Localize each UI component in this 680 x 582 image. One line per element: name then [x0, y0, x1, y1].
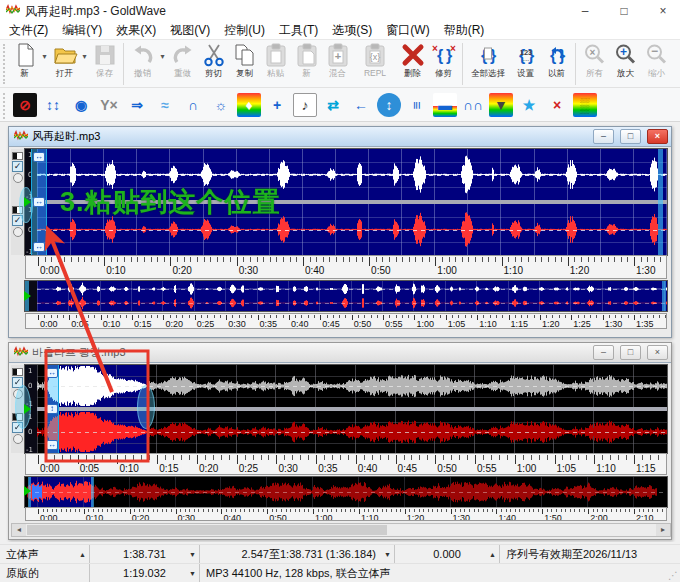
up-arrow-icon[interactable]: ▲	[79, 551, 86, 558]
reverb-icon[interactable]: ∩∩	[461, 93, 485, 117]
select-all-icon: {}	[475, 42, 501, 68]
channel-select-checkbox[interactable]: ✓	[12, 161, 23, 172]
expand-vertical-icon[interactable]: ↕↕	[41, 93, 65, 117]
scrollbar-thumb[interactable]	[27, 525, 387, 535]
app-close-button[interactable]: ×	[646, 0, 680, 22]
doc2-selection-end-bracket[interactable]	[137, 385, 155, 429]
undo-dropdown[interactable]: ▾	[158, 42, 167, 61]
scroll-right-icon[interactable]: ▸	[656, 524, 670, 536]
doc2-minimize-button[interactable]: –	[593, 345, 614, 360]
status-source-time[interactable]: 1:19.032 ▼	[90, 564, 200, 582]
status-channel-mode[interactable]: 立体声 ▲	[0, 545, 90, 563]
app-maximize-button[interactable]: □	[607, 0, 641, 22]
status-selection-range[interactable]: 2.547至1:38.731 (1:36.184) ▼	[200, 545, 395, 563]
pitch-icon[interactable]: ♪	[293, 93, 317, 117]
drag-handle-icon[interactable]: ↔	[46, 440, 58, 450]
doppler-icon[interactable]: ◉	[69, 93, 93, 117]
resize-grip-icon[interactable]: ⋰	[668, 570, 678, 581]
palette-icon[interactable]: ♦	[237, 93, 261, 117]
select-all-button[interactable]: {}全部选择	[466, 42, 510, 78]
cut-button[interactable]: 剪切	[198, 42, 229, 78]
new-dropdown[interactable]: ▾	[40, 42, 49, 61]
menu-item-2[interactable]: 效果(X)	[109, 22, 163, 39]
toolbar-gripper[interactable]	[3, 93, 7, 119]
menu-item-5[interactable]: 工具(T)	[272, 22, 325, 39]
down-arrow-icon[interactable]: ▼	[189, 570, 196, 577]
doc2-titlebar[interactable]: 바츨라프 광장.mp3 – □ ×	[9, 343, 671, 363]
menu-item-0[interactable]: 文件(Z)	[2, 22, 55, 39]
menu-item-8[interactable]: 帮助(R)	[437, 22, 492, 39]
new-button[interactable]: 新	[9, 42, 40, 78]
channel-mode-button[interactable]	[12, 152, 23, 160]
shape-volume-icon[interactable]: ▬	[433, 93, 457, 117]
down-arrow-icon[interactable]: ▼	[384, 551, 391, 558]
scroll-left-icon[interactable]: ◂	[12, 524, 26, 536]
interpolate-icon[interactable]: ★	[517, 93, 541, 117]
drag-handle-icon[interactable]: ↕	[46, 404, 58, 414]
expression-icon[interactable]: Y×	[97, 93, 121, 117]
up-arrow-icon[interactable]: ▲	[489, 551, 496, 558]
drag-handle-icon[interactable]: ↔	[46, 368, 58, 378]
open-dropdown[interactable]: ▾	[80, 42, 89, 61]
copy-button[interactable]: 复制	[229, 42, 260, 78]
doc2-horizontal-scrollbar[interactable]: ◂ ▸	[11, 523, 671, 537]
doc1-minimize-button[interactable]: –	[593, 129, 614, 144]
app-minimize-button[interactable]: –	[568, 0, 602, 22]
doc1-overview-end-marker[interactable]	[662, 281, 666, 311]
doc2-selection-start-marker[interactable]: ↔ ↕ ↔	[45, 365, 59, 453]
doc1-titlebar[interactable]: 风再起时.mp3 – □ ×	[9, 127, 671, 147]
mechanize-icon[interactable]: ☼	[209, 93, 233, 117]
doc1-selection-end-marker[interactable]	[658, 149, 663, 255]
menu-item-4[interactable]: 控制(U)	[217, 22, 272, 39]
invert-icon[interactable]: ∩	[181, 93, 205, 117]
toolbar-gripper[interactable]	[3, 44, 7, 84]
down-arrow-icon[interactable]: ▼	[189, 551, 196, 558]
doc1-close-button[interactable]: ×	[647, 129, 668, 144]
reverse-icon[interactable]: ←	[349, 93, 373, 117]
equalizer-icon[interactable]: ≡	[405, 93, 429, 117]
channel-solo-radio[interactable]	[13, 434, 23, 444]
status-balance[interactable]: 0.000 ▲	[395, 545, 500, 563]
volume-icon[interactable]: ↕	[377, 93, 401, 117]
doc2-time-ruler[interactable]: 0:000:050:100:150:200:250:300:350:400:45…	[25, 453, 667, 475]
doc2-overview-strip[interactable]	[25, 477, 667, 507]
menu-item-3[interactable]: 视图(V)	[163, 22, 217, 39]
monitor-mute-icon[interactable]: ⊘	[13, 93, 37, 117]
zoom-in-button[interactable]: +放大	[610, 42, 641, 78]
doc2-maximize-button[interactable]: □	[620, 345, 641, 360]
doc1-waveform-view[interactable]	[25, 149, 667, 255]
trim-button[interactable]: {}××修剪	[428, 42, 459, 78]
set-marker-button[interactable]: {}123...设置	[510, 42, 541, 78]
document-window-1: 风再起时.mp3 – □ × ✓✓ ↔ ↔ ↔ 0:000:100:200:30…	[8, 126, 672, 338]
doc1-maximize-button[interactable]: □	[620, 129, 641, 144]
status-position[interactable]: 1:38.731 ▼	[90, 545, 200, 563]
doc2-waveform-view[interactable]	[25, 365, 667, 453]
app-title: 风再起时.mp3 - GoldWave	[25, 3, 166, 20]
menu-item-1[interactable]: 编辑(Y)	[55, 22, 109, 39]
doc1-overview-strip[interactable]	[25, 281, 667, 311]
doc2-overview-sel-end[interactable]	[91, 477, 94, 507]
drag-handle-icon[interactable]: ↔	[33, 152, 45, 162]
channel-solo-radio[interactable]	[13, 173, 23, 183]
channel-mode-button[interactable]	[12, 368, 23, 376]
resample-icon[interactable]: ⇄	[321, 93, 345, 117]
spectrum-filter-icon[interactable]: ▼	[489, 93, 513, 117]
doc2-close-button[interactable]: ×	[647, 345, 668, 360]
open-button[interactable]: 打开	[49, 42, 80, 78]
previous-button[interactable]: {}以前	[541, 42, 572, 78]
time-label: 1:05	[557, 463, 576, 474]
menu-item-6[interactable]: 选项(S)	[325, 22, 379, 39]
spectrogram-icon[interactable]: ▒	[573, 93, 597, 117]
delete-button[interactable]: 删除	[397, 42, 428, 78]
menu-item-7[interactable]: 窗口(W)	[379, 22, 436, 39]
doc1-paste-position-marker[interactable]: ↔ ↔ ↔	[31, 149, 47, 255]
open-icon	[52, 42, 78, 68]
in-out-icon[interactable]: ⇒	[125, 93, 149, 117]
drag-handle-icon[interactable]: ↔	[33, 197, 45, 207]
noise-gate-icon[interactable]: ×	[545, 93, 569, 117]
channel-solo-radio[interactable]	[13, 227, 23, 237]
drag-handle-icon[interactable]: ↔	[33, 242, 45, 252]
filter-icon[interactable]: ≈	[153, 93, 177, 117]
offset-icon[interactable]: +	[265, 93, 289, 117]
doc1-time-ruler[interactable]: 0:000:100:200:300:400:501:001:101:201:30	[25, 255, 667, 279]
